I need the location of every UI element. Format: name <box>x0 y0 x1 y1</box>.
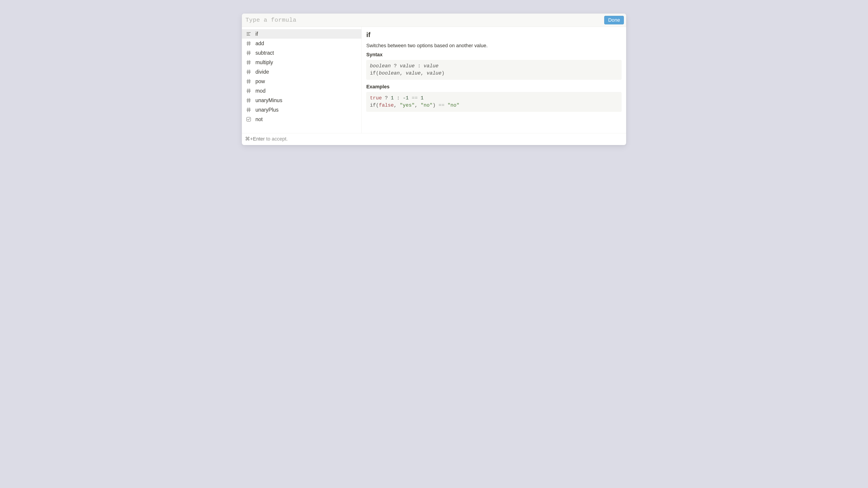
formula-input[interactable] <box>245 16 602 24</box>
sidebar-item-not[interactable]: not <box>242 115 362 124</box>
sidebar-item-unaryPlus[interactable]: unaryPlus <box>242 105 362 115</box>
hash-icon <box>246 98 251 103</box>
footer-kbd: ⌘+Enter <box>245 136 265 142</box>
sidebar-item-label: unaryMinus <box>255 98 282 103</box>
hash-icon <box>246 50 251 56</box>
sidebar-item-mod[interactable]: mod <box>242 86 362 96</box>
hash-icon <box>246 41 251 46</box>
hash-icon <box>246 69 251 74</box>
function-sidebar[interactable]: ifaddsubtractmultiplydividepowmodunaryMi… <box>242 27 362 133</box>
checkbox-icon <box>246 117 251 122</box>
footer-hint: ⌘+Enter to accept. <box>242 133 626 145</box>
sidebar-item-label: add <box>255 41 264 46</box>
sidebar-item-label: mod <box>255 88 266 94</box>
detail-title: if <box>366 31 622 39</box>
formula-body: ifaddsubtractmultiplydividepowmodunaryMi… <box>242 27 626 133</box>
syntax-heading: Syntax <box>366 52 622 58</box>
sidebar-item-pow[interactable]: pow <box>242 76 362 86</box>
text-lines-icon <box>246 31 251 37</box>
footer-suffix: to accept. <box>265 136 288 142</box>
sidebar-item-label: subtract <box>255 51 274 56</box>
sidebar-item-add[interactable]: add <box>242 39 362 48</box>
hash-icon <box>246 60 251 65</box>
sidebar-item-label: not <box>255 117 263 122</box>
hash-icon <box>246 88 251 94</box>
syntax-codeblock: boolean ? value : value if(boolean, valu… <box>366 60 622 80</box>
sidebar-item-unaryMinus[interactable]: unaryMinus <box>242 96 362 105</box>
function-detail: if Switches between two options based on… <box>362 27 626 133</box>
sidebar-item-label: pow <box>255 79 265 84</box>
formula-editor-panel: Done ifaddsubtractmultiplydividepowmodun… <box>242 13 626 145</box>
hash-icon <box>246 107 251 112</box>
done-button[interactable]: Done <box>604 16 624 24</box>
sidebar-item-label: if <box>255 31 258 37</box>
sidebar-item-if[interactable]: if <box>242 29 362 39</box>
sidebar-item-divide[interactable]: divide <box>242 67 362 76</box>
sidebar-item-label: multiply <box>255 60 273 65</box>
examples-codeblock: true ? 1 : -1 == 1 if(false, "yes", "no"… <box>366 92 622 112</box>
sidebar-item-multiply[interactable]: multiply <box>242 58 362 67</box>
detail-description: Switches between two options based on an… <box>366 43 622 48</box>
examples-heading: Examples <box>366 84 622 90</box>
sidebar-item-label: divide <box>255 69 269 74</box>
sidebar-item-label: unaryPlus <box>255 107 278 112</box>
formula-topbar: Done <box>242 13 626 27</box>
hash-icon <box>246 78 251 84</box>
sidebar-item-subtract[interactable]: subtract <box>242 48 362 58</box>
